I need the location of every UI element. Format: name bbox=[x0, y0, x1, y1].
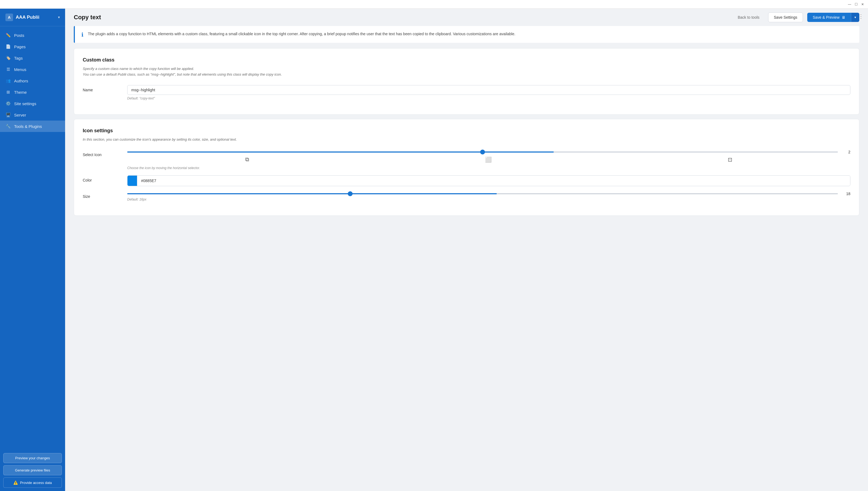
icon-option-1: ⧉ bbox=[245, 156, 249, 163]
brand[interactable]: A AAA Publii ▾ bbox=[0, 9, 65, 26]
color-row: Color bbox=[83, 175, 850, 186]
color-control-wrap bbox=[127, 175, 850, 186]
app-body: A AAA Publii ▾ ✏️ Posts 📄 Pages 🏷️ Tags … bbox=[0, 9, 868, 491]
save-preview-button[interactable]: Save & Preview 🖥 bbox=[807, 13, 851, 22]
icon-settings-title: Icon settings bbox=[83, 128, 850, 134]
icon-previews: ⧉ ⬜ ⊡ bbox=[127, 154, 850, 164]
brand-chevron-icon: ▾ bbox=[58, 16, 60, 19]
site-settings-icon: ⚙️ bbox=[5, 101, 11, 106]
sidebar-item-label: Posts bbox=[14, 33, 24, 38]
custom-class-desc-line1: Specify a custom class name to which the… bbox=[83, 66, 850, 72]
authors-icon: 👥 bbox=[5, 78, 11, 83]
color-input-wrap bbox=[127, 175, 850, 186]
preview-changes-button[interactable]: Preview your changes bbox=[3, 453, 62, 463]
generate-preview-button[interactable]: Generate preview files bbox=[3, 465, 62, 475]
sidebar-item-server[interactable]: 🖥️ Server bbox=[0, 109, 65, 121]
save-settings-button[interactable]: Save Settings bbox=[768, 12, 803, 22]
sidebar-item-label: Menus bbox=[14, 67, 26, 72]
sidebar-item-label: Authors bbox=[14, 79, 28, 83]
posts-icon: ✏️ bbox=[5, 32, 11, 38]
sidebar-item-pages[interactable]: 📄 Pages bbox=[0, 41, 65, 52]
monitor-icon: 🖥 bbox=[842, 15, 845, 20]
icon-settings-description: In this section, you can customize the i… bbox=[83, 137, 850, 143]
sidebar: A AAA Publii ▾ ✏️ Posts 📄 Pages 🏷️ Tags … bbox=[0, 9, 65, 491]
name-hint: Default: "copy-text" bbox=[127, 96, 850, 100]
brand-name: AAA Publii bbox=[16, 15, 39, 20]
tools-plugins-icon: 🔧 bbox=[5, 123, 11, 129]
maximize-button[interactable]: ☐ bbox=[854, 2, 858, 6]
color-swatch[interactable] bbox=[128, 176, 137, 186]
color-input[interactable] bbox=[137, 176, 850, 185]
select-icon-row: Select Icon 2 ⧉ ⬜ ⊡ Choose the icon by m… bbox=[83, 150, 850, 170]
menus-icon: ☰ bbox=[5, 67, 11, 72]
icon-option-3: ⊡ bbox=[728, 156, 732, 163]
tags-icon: 🏷️ bbox=[5, 55, 11, 61]
icon-slider-value: 2 bbox=[842, 150, 850, 154]
size-row: Size 18 Default: 16px bbox=[83, 192, 850, 201]
sidebar-item-label: Server bbox=[14, 113, 26, 117]
name-input[interactable] bbox=[127, 85, 850, 95]
custom-class-description: Specify a custom class name to which the… bbox=[83, 66, 850, 78]
select-icon-label: Select Icon bbox=[83, 150, 121, 157]
sidebar-item-label: Tools & Plugins bbox=[14, 124, 42, 129]
sidebar-item-label: Pages bbox=[14, 45, 26, 49]
info-banner: ℹ The plugin adds a copy function to HTM… bbox=[74, 26, 859, 43]
more-options-icon[interactable]: ⋮ bbox=[858, 13, 864, 20]
page-title: Copy text bbox=[74, 14, 729, 21]
close-button[interactable]: ✕ bbox=[860, 2, 865, 6]
info-icon: ℹ bbox=[81, 31, 84, 38]
warning-icon: ⚠️ bbox=[13, 481, 18, 485]
sidebar-item-label: Site settings bbox=[14, 102, 36, 106]
server-icon: 🖥️ bbox=[5, 112, 11, 118]
provide-access-button[interactable]: ⚠️ Provide access data bbox=[3, 478, 62, 488]
sidebar-item-site-settings[interactable]: ⚙️ Site settings bbox=[0, 98, 65, 109]
icon-slider-wrap: 2 bbox=[127, 150, 850, 154]
pages-icon: 📄 bbox=[5, 44, 11, 49]
sidebar-item-label: Tags bbox=[14, 56, 23, 60]
size-control-wrap: 18 Default: 16px bbox=[127, 192, 850, 201]
info-text: The plugin adds a copy function to HTML … bbox=[88, 31, 515, 37]
sidebar-nav: ✏️ Posts 📄 Pages 🏷️ Tags ☰ Menus 👥 Autho… bbox=[0, 26, 65, 450]
sidebar-bottom: Preview your changes Generate preview fi… bbox=[0, 450, 65, 491]
icon-selector-hint: Choose the icon by moving the horizontal… bbox=[127, 166, 850, 170]
main-content: Copy text Back to tools Save Settings Sa… bbox=[65, 9, 868, 491]
size-label: Size bbox=[83, 192, 121, 199]
sidebar-item-authors[interactable]: 👥 Authors bbox=[0, 75, 65, 86]
save-preview-group: Save & Preview 🖥 ▾ bbox=[807, 13, 859, 22]
size-hint: Default: 16px bbox=[127, 198, 850, 201]
custom-class-card: Custom class Specify a custom class name… bbox=[74, 48, 859, 115]
select-icon-wrap: 2 ⧉ ⬜ ⊡ Choose the icon by moving the ho… bbox=[127, 150, 850, 170]
icon-settings-desc: In this section, you can customize the i… bbox=[83, 137, 850, 143]
provide-access-label: Provide access data bbox=[20, 481, 52, 485]
custom-class-title: Custom class bbox=[83, 57, 850, 63]
sidebar-item-theme[interactable]: ⊞ Theme bbox=[0, 86, 65, 98]
sidebar-item-menus[interactable]: ☰ Menus bbox=[0, 64, 65, 75]
size-slider-wrap: 18 bbox=[127, 192, 850, 196]
back-to-tools-button[interactable]: Back to tools bbox=[733, 13, 764, 22]
icon-settings-card: Icon settings In this section, you can c… bbox=[74, 119, 859, 216]
name-field-row: Name Default: "copy-text" bbox=[83, 85, 850, 100]
size-slider[interactable] bbox=[127, 193, 838, 194]
sidebar-item-label: Theme bbox=[14, 90, 27, 94]
icon-option-2: ⬜ bbox=[485, 156, 492, 163]
icon-slider[interactable] bbox=[127, 151, 838, 152]
sidebar-item-tags[interactable]: 🏷️ Tags bbox=[0, 52, 65, 64]
topbar: Copy text Back to tools Save Settings Sa… bbox=[65, 9, 868, 26]
sidebar-item-tools-plugins[interactable]: 🔧 Tools & Plugins bbox=[0, 121, 65, 132]
sidebar-item-posts[interactable]: ✏️ Posts bbox=[0, 30, 65, 41]
theme-icon: ⊞ bbox=[5, 89, 11, 95]
color-label: Color bbox=[83, 175, 121, 182]
brand-icon: A bbox=[5, 13, 13, 21]
name-label: Name bbox=[83, 85, 121, 92]
name-control-wrap: Default: "copy-text" bbox=[127, 85, 850, 100]
title-bar: — ☐ ✕ bbox=[0, 0, 868, 9]
custom-class-desc-line2: You can use a default Publii class, such… bbox=[83, 72, 850, 78]
size-slider-value: 18 bbox=[842, 192, 850, 196]
save-preview-label: Save & Preview bbox=[813, 15, 840, 20]
content-area: ℹ The plugin adds a copy function to HTM… bbox=[65, 26, 868, 229]
minimize-button[interactable]: — bbox=[847, 2, 852, 6]
